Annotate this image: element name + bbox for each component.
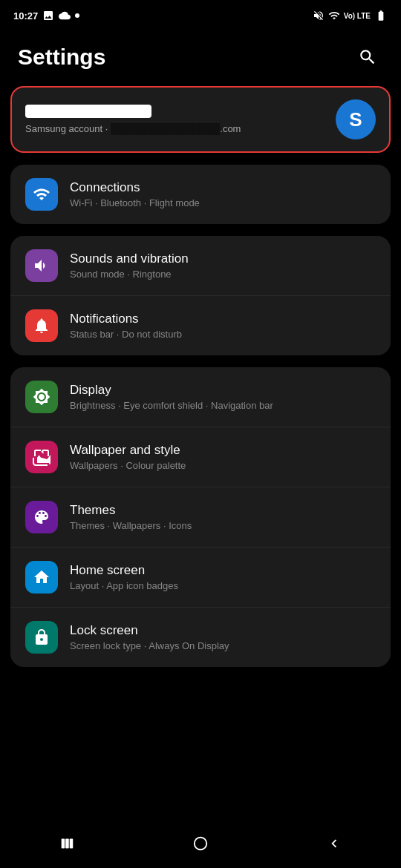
svg-rect-0 (62, 839, 65, 849)
settings-item-sounds[interactable]: Sounds and vibration Sound mode · Ringto… (10, 236, 391, 296)
homescreen-text: Home screen Layout · App icon badges (70, 563, 376, 591)
display-icon-container (25, 381, 58, 413)
sim-dot (75, 13, 79, 18)
themes-subtitle: Themes · Wallpapers · Icons (70, 520, 376, 531)
search-button[interactable] (352, 42, 383, 73)
page-title: Settings (18, 45, 105, 70)
settings-item-display[interactable]: Display Brightness · Eye comfort shield … (10, 367, 391, 427)
lockscreen-subtitle: Screen lock type · Always On Display (70, 640, 376, 651)
display-title: Display (70, 383, 376, 398)
back-button[interactable] (312, 829, 356, 858)
photo-icon (42, 10, 54, 22)
themes-text: Themes Themes · Wallpapers · Icons (70, 503, 376, 531)
account-name-blurred (25, 105, 151, 118)
settings-item-wallpaper[interactable]: Wallpaper and style Wallpapers · Colour … (10, 427, 391, 487)
search-icon (358, 47, 377, 67)
recent-apps-button[interactable] (45, 829, 89, 858)
status-bar-right: Vo) LTE (313, 10, 388, 22)
bell-icon (33, 317, 50, 335)
connections-icon-container (25, 178, 58, 211)
svg-rect-2 (70, 839, 74, 849)
wifi-status-icon (328, 10, 340, 22)
notifications-icon-container (25, 309, 58, 342)
lockscreen-text: Lock screen Screen lock type · Always On… (70, 623, 376, 651)
wallpaper-icon-container (25, 441, 58, 473)
settings-item-lockscreen[interactable]: Lock screen Screen lock type · Always On… (10, 608, 391, 667)
account-card[interactable]: Samsung account · ████████████████.com S (10, 86, 391, 153)
homescreen-icon-container (25, 561, 58, 594)
connections-subtitle: Wi-Fi · Bluetooth · Flight mode (70, 197, 376, 208)
wallpaper-text: Wallpaper and style Wallpapers · Colour … (70, 443, 376, 471)
settings-group-display: Display Brightness · Eye comfort shield … (10, 367, 391, 667)
homescreen-subtitle: Layout · App icon badges (70, 580, 376, 591)
sounds-subtitle: Sound mode · Ringtone (70, 269, 376, 280)
themes-icon (33, 508, 50, 526)
back-icon (326, 835, 342, 852)
notifications-text: Notifications Status bar · Do not distur… (70, 312, 376, 340)
mute-icon (313, 10, 325, 22)
settings-item-notifications[interactable]: Notifications Status bar · Do not distur… (10, 296, 391, 355)
settings-item-themes[interactable]: Themes Themes · Wallpapers · Icons (10, 487, 391, 548)
account-avatar: S (336, 99, 376, 139)
svg-rect-1 (65, 839, 69, 849)
carrier-text: Vo) LTE (344, 12, 371, 20)
header: Settings (0, 28, 401, 86)
status-time: 10:27 (13, 10, 38, 22)
lockscreen-title: Lock screen (70, 623, 376, 638)
sounds-text: Sounds and vibration Sound mode · Ringto… (70, 251, 376, 280)
settings-item-connections[interactable]: Connections Wi-Fi · Bluetooth · Flight m… (10, 165, 391, 224)
cloud-icon (59, 10, 71, 22)
bottom-nav (0, 823, 401, 868)
account-email: Samsung account · ████████████████.com (25, 123, 325, 134)
lock-icon (33, 628, 50, 646)
themes-icon-container (25, 501, 58, 533)
connections-title: Connections (70, 180, 376, 195)
svg-point-3 (195, 838, 207, 850)
wallpaper-title: Wallpaper and style (70, 443, 376, 458)
wallpaper-icon (33, 448, 50, 466)
status-bar: 10:27 Vo) LTE (0, 0, 401, 28)
display-text: Display Brightness · Eye comfort shield … (70, 383, 376, 411)
home-nav-icon (192, 835, 209, 852)
wifi-icon (33, 185, 50, 203)
battery-icon (374, 10, 388, 22)
connections-text: Connections Wi-Fi · Bluetooth · Flight m… (70, 180, 376, 208)
display-subtitle: Brightness · Eye comfort shield · Naviga… (70, 400, 376, 411)
volume-icon (33, 257, 50, 274)
home-button[interactable] (178, 829, 223, 858)
home-icon (33, 568, 50, 586)
settings-group-sounds: Sounds and vibration Sound mode · Ringto… (10, 236, 391, 355)
recent-apps-icon (59, 835, 75, 852)
lockscreen-icon-container (25, 621, 58, 654)
settings-group-connections: Connections Wi-Fi · Bluetooth · Flight m… (10, 165, 391, 224)
wallpaper-subtitle: Wallpapers · Colour palette (70, 460, 376, 471)
homescreen-title: Home screen (70, 563, 376, 578)
notifications-subtitle: Status bar · Do not disturb (70, 329, 376, 340)
themes-title: Themes (70, 503, 376, 518)
sounds-title: Sounds and vibration (70, 251, 376, 266)
account-info: Samsung account · ████████████████.com (25, 105, 325, 134)
status-bar-left: 10:27 (13, 10, 79, 22)
notifications-title: Notifications (70, 312, 376, 326)
sounds-icon-container (25, 249, 58, 282)
settings-item-homescreen[interactable]: Home screen Layout · App icon badges (10, 548, 391, 608)
sun-icon (33, 388, 50, 406)
